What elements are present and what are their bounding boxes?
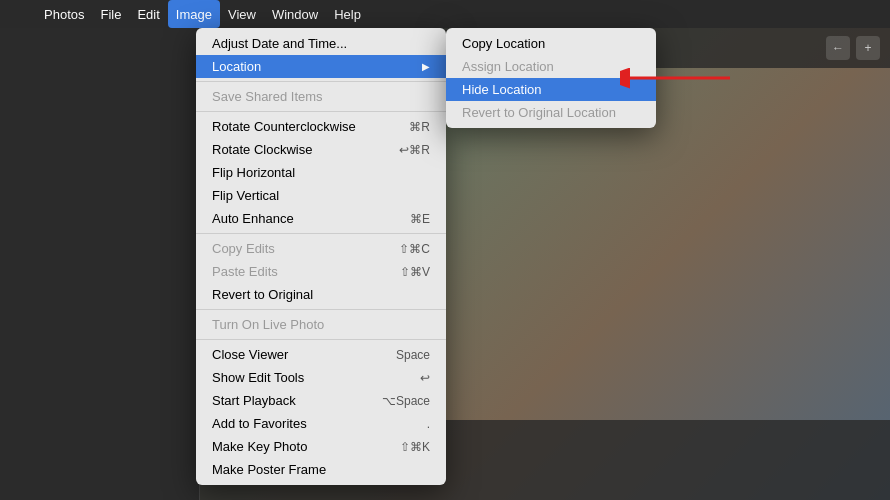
menu-item-location[interactable]: Location ▶ bbox=[196, 55, 446, 78]
shortcut-show-edit-tools: ↩ bbox=[420, 371, 430, 385]
image-menu: Adjust Date and Time... Location ▶ Save … bbox=[196, 28, 446, 485]
shortcut-start-playback: ⌥Space bbox=[382, 394, 430, 408]
shortcut-add-favorites: . bbox=[427, 417, 430, 431]
submenu-item-revert-original-location: Revert to Original Location bbox=[446, 101, 656, 124]
menubar-item-edit[interactable]: Edit bbox=[129, 0, 167, 28]
sidebar bbox=[0, 28, 200, 500]
menubar-item-file[interactable]: File bbox=[92, 0, 129, 28]
menu-separator-3 bbox=[196, 233, 446, 234]
toolbar-btn-plus[interactable]: + bbox=[856, 36, 880, 60]
menu-separator-5 bbox=[196, 339, 446, 340]
toolbar-btn-1[interactable]: ← bbox=[826, 36, 850, 60]
menu-item-copy-edits: Copy Edits ⇧⌘C bbox=[196, 237, 446, 260]
menu-item-flip-h[interactable]: Flip Horizontal bbox=[196, 161, 446, 184]
menu-separator-2 bbox=[196, 111, 446, 112]
menubar-item-view[interactable]: View bbox=[220, 0, 264, 28]
menubar-item-window[interactable]: Window bbox=[264, 0, 326, 28]
submenu-item-copy-location[interactable]: Copy Location bbox=[446, 32, 656, 55]
menu-item-add-favorites[interactable]: Add to Favorites . bbox=[196, 412, 446, 435]
menu-item-close-viewer[interactable]: Close Viewer Space bbox=[196, 343, 446, 366]
shortcut-make-key-photo: ⇧⌘K bbox=[400, 440, 430, 454]
menu-item-show-edit-tools[interactable]: Show Edit Tools ↩ bbox=[196, 366, 446, 389]
menubar-item-help[interactable]: Help bbox=[326, 0, 369, 28]
menu-item-flip-v[interactable]: Flip Vertical bbox=[196, 184, 446, 207]
menu-separator-4 bbox=[196, 309, 446, 310]
menu-item-turn-on-live: Turn On Live Photo bbox=[196, 313, 446, 336]
menu-item-revert-original[interactable]: Revert to Original bbox=[196, 283, 446, 306]
shortcut-paste-edits: ⇧⌘V bbox=[400, 265, 430, 279]
submenu-arrow-icon: ▶ bbox=[422, 61, 430, 72]
menu-item-make-poster-frame[interactable]: Make Poster Frame bbox=[196, 458, 446, 481]
menu-item-save-shared: Save Shared Items bbox=[196, 85, 446, 108]
shortcut-rotate-ccw: ⌘R bbox=[409, 120, 430, 134]
menu-item-rotate-ccw[interactable]: Rotate Counterclockwise ⌘R bbox=[196, 115, 446, 138]
menu-separator-1 bbox=[196, 81, 446, 82]
menu-item-adjust-date-time[interactable]: Adjust Date and Time... bbox=[196, 32, 446, 55]
shortcut-auto-enhance: ⌘E bbox=[410, 212, 430, 226]
apple-menu-item[interactable] bbox=[8, 0, 36, 28]
shortcut-rotate-cw: ↩⌘R bbox=[399, 143, 430, 157]
menubar-item-photos[interactable]: Photos bbox=[36, 0, 92, 28]
menubar-item-image[interactable]: Image bbox=[168, 0, 220, 28]
menubar: Photos File Edit Image View Window Help bbox=[0, 0, 890, 28]
menu-item-auto-enhance[interactable]: Auto Enhance ⌘E bbox=[196, 207, 446, 230]
menu-item-start-playback[interactable]: Start Playback ⌥Space bbox=[196, 389, 446, 412]
shortcut-close-viewer: Space bbox=[396, 348, 430, 362]
menu-item-rotate-cw[interactable]: Rotate Clockwise ↩⌘R bbox=[196, 138, 446, 161]
red-arrow bbox=[620, 64, 740, 96]
menu-item-make-key-photo[interactable]: Make Key Photo ⇧⌘K bbox=[196, 435, 446, 458]
menu-item-paste-edits: Paste Edits ⇧⌘V bbox=[196, 260, 446, 283]
shortcut-copy-edits: ⇧⌘C bbox=[399, 242, 430, 256]
